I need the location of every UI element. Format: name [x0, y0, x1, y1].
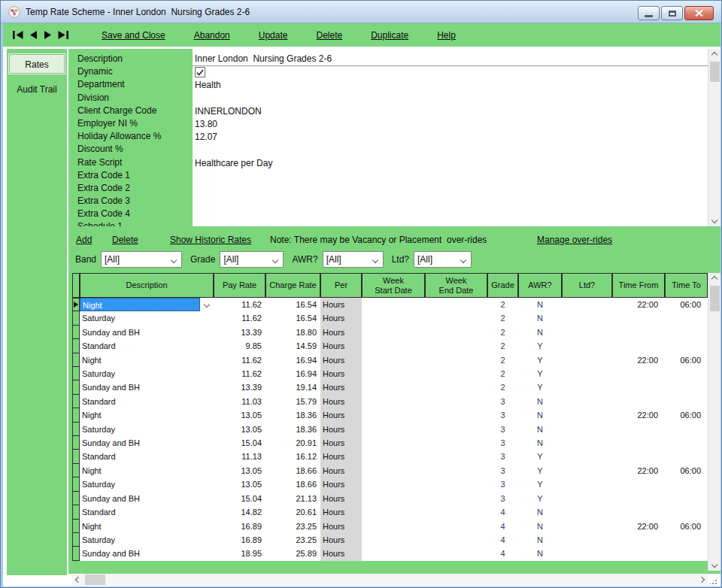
grid-cell-week-start-date[interactable] [362, 298, 425, 311]
grid-row[interactable]: Sunday and BH18.9525.89Hours4N [72, 547, 708, 560]
grid-cell-pay-rate[interactable]: 11.62 [214, 311, 265, 325]
grid-row[interactable]: Saturday13.0518.36Hours3N [72, 423, 708, 436]
grid-cell-pay-rate[interactable]: 16.89 [214, 533, 265, 547]
grid-cell-description[interactable]: Standard [80, 395, 214, 408]
grid-row[interactable]: Night16.8923.25Hours4N22:0006:00 [72, 520, 708, 533]
grid-cell-ltd[interactable] [562, 423, 612, 436]
grid-cell-charge-rate[interactable]: 18.36 [265, 423, 320, 436]
grid-cell-awr[interactable]: Y [518, 477, 562, 491]
grid-row[interactable]: Standard9.8514.59Hours2Y [72, 339, 708, 353]
grid-cell-per[interactable]: Hours [320, 423, 362, 436]
grid-cell-week-start-date[interactable] [362, 436, 425, 450]
grid-cell-week-start-date[interactable] [362, 520, 425, 533]
grid-cell-week-start-date[interactable] [362, 408, 425, 422]
awr-filter-dropdown[interactable]: [All] [323, 251, 384, 268]
grid-cell-time-from[interactable]: 22:00 [612, 464, 665, 477]
grid-cell-week-end-date[interactable] [425, 380, 487, 394]
grid-cell-week-start-date[interactable] [362, 339, 425, 353]
grid-cell-ltd[interactable] [562, 395, 612, 408]
grid-cell-awr[interactable]: Y [518, 464, 562, 477]
grid-cell-pay-rate[interactable]: 14.82 [214, 505, 265, 519]
grade-filter-dropdown[interactable]: [All] [220, 251, 284, 268]
grid-row[interactable]: Sunday and BH15.0421.13Hours3Y [72, 492, 708, 505]
grid-cell-pay-rate[interactable]: 11.13 [214, 450, 265, 463]
grid-cell-description[interactable]: Sunday and BH [80, 436, 214, 450]
grid-row[interactable]: Standard11.1316.12Hours3Y [72, 450, 708, 463]
toolbar-link-save-and-close[interactable]: Save and Close [102, 30, 165, 41]
grid-cell-week-end-date[interactable] [425, 423, 487, 436]
grid-row[interactable]: Sunday and BH15.0420.91Hours3N [72, 436, 708, 450]
grid-cell-per[interactable]: Hours [320, 339, 362, 353]
grid-cell-week-start-date[interactable] [362, 395, 425, 408]
grid-cell-grade[interactable]: 4 [487, 547, 518, 560]
grid-cell-week-start-date[interactable] [362, 423, 425, 436]
grid-cell-grade[interactable]: 3 [487, 436, 518, 450]
grid-cell-week-end-date[interactable] [425, 464, 487, 477]
grid-cell-per[interactable]: Hours [320, 492, 362, 505]
row-selector-cell[interactable] [72, 367, 80, 380]
grid-cell-charge-rate[interactable]: 18.36 [265, 408, 320, 422]
grid-cell-time-to[interactable] [665, 547, 708, 560]
grid-cell-charge-rate[interactable]: 16.94 [265, 367, 320, 380]
grid-cell-time-from[interactable] [612, 326, 665, 339]
grid-cell-per[interactable]: Hours [320, 547, 362, 560]
form-field-description[interactable]: Inner London Nursing Grades 2-6 [193, 53, 708, 66]
grid-cell-description[interactable]: Sunday and BH [80, 380, 214, 394]
grid-row[interactable]: Saturday11.6216.94Hours2Y [72, 367, 708, 380]
toolbar-link-abandon[interactable]: Abandon [194, 30, 230, 41]
grid-cell-ltd[interactable] [562, 520, 612, 533]
grid-cell-week-start-date[interactable] [362, 353, 425, 367]
grid-cell-grade[interactable]: 3 [487, 395, 518, 408]
grid-cell-awr[interactable]: N [518, 547, 562, 560]
grid-cell-charge-rate[interactable]: 15.79 [265, 395, 320, 408]
grid-cell-charge-rate[interactable]: 18.66 [265, 464, 320, 477]
grid-cell-ltd[interactable] [562, 298, 612, 311]
grid-cell-time-from[interactable] [612, 423, 665, 436]
grid-cell-awr[interactable]: N [518, 533, 562, 547]
grid-cell-pay-rate[interactable]: 9.85 [214, 339, 265, 353]
grid-cell-time-from[interactable] [612, 450, 665, 463]
form-field-extra-code-3[interactable] [193, 196, 708, 209]
grid-row[interactable]: Standard14.8220.61Hours4N [72, 505, 708, 519]
grid-cell-time-from[interactable] [612, 492, 665, 505]
grid-cell-ltd[interactable] [562, 380, 612, 394]
form-field-dynamic[interactable] [193, 67, 708, 80]
grid-cell-time-to[interactable]: 06:00 [665, 353, 708, 367]
grid-cell-awr[interactable]: N [518, 505, 562, 519]
grid-cell-awr[interactable]: Y [518, 450, 562, 463]
grid-cell-awr[interactable]: Y [518, 353, 562, 367]
grid-cell-per[interactable]: Hours [320, 298, 362, 311]
row-selector-cell[interactable] [72, 492, 80, 505]
cell-dropdown-button[interactable] [200, 298, 214, 311]
grid-cell-pay-rate[interactable]: 13.05 [214, 423, 265, 436]
grid-cell-charge-rate[interactable]: 18.80 [265, 326, 320, 339]
grid-cell-week-start-date[interactable] [362, 505, 425, 519]
grid-cell-awr[interactable]: N [518, 311, 562, 325]
grid-cell-week-end-date[interactable] [425, 339, 487, 353]
grid-cell-pay-rate[interactable]: 11.62 [214, 298, 265, 311]
grid-row[interactable]: Sunday and BH13.3918.80Hours2N [72, 326, 708, 339]
grid-scrollbar[interactable] [708, 273, 720, 571]
row-selector-cell[interactable] [72, 477, 80, 491]
grid-cell-week-end-date[interactable] [425, 311, 487, 325]
toolbar-link-delete[interactable]: Delete [316, 30, 342, 41]
grid-row[interactable]: Standard11.0315.79Hours3N [72, 395, 708, 408]
grid-header-time-from[interactable]: Time From [612, 273, 665, 298]
grid-horizontal-scrollbar[interactable] [72, 574, 708, 586]
grid-cell-time-from[interactable]: 22:00 [612, 298, 665, 311]
grid-cell-per[interactable]: Hours [320, 477, 362, 491]
grid-cell-pay-rate[interactable]: 13.05 [214, 477, 265, 491]
maximize-button[interactable] [661, 6, 683, 20]
grid-cell-grade[interactable]: 4 [487, 505, 518, 519]
grid-row[interactable]: Sunday and BH13.3919.14Hours2Y [72, 380, 708, 394]
grid-cell-grade[interactable]: 2 [487, 298, 518, 311]
grid-row[interactable]: Saturday16.8923.25Hours4N [72, 533, 708, 547]
form-scroll-up-button[interactable] [708, 49, 720, 61]
grid-cell-grade[interactable]: 3 [487, 450, 518, 463]
grid-cell-time-to[interactable] [665, 380, 708, 394]
grid-cell-week-end-date[interactable] [425, 326, 487, 339]
grid-cell-per[interactable]: Hours [320, 311, 362, 325]
grid-row[interactable]: Night13.0518.36Hours3N22:0006:00 [72, 408, 708, 422]
grid-cell-awr[interactable]: Y [518, 380, 562, 394]
grid-cell-charge-rate[interactable]: 23.25 [265, 520, 320, 533]
